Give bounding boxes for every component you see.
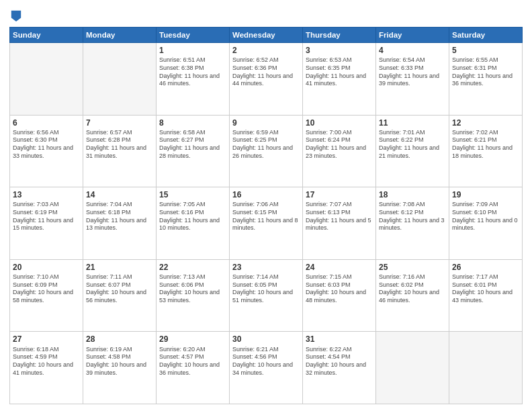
calendar-cell: 6Sunrise: 6:56 AM Sunset: 6:30 PM Daylig… xyxy=(10,115,83,187)
calendar-cell: 11Sunrise: 7:01 AM Sunset: 6:22 PM Dayli… xyxy=(376,115,449,187)
calendar-cell: 9Sunrise: 6:59 AM Sunset: 6:25 PM Daylig… xyxy=(230,115,303,187)
calendar-week-3: 13Sunrise: 7:03 AM Sunset: 6:19 PM Dayli… xyxy=(10,187,523,260)
calendar-cell: 27Sunrise: 6:18 AM Sunset: 4:59 PM Dayli… xyxy=(10,332,83,404)
day-number: 31 xyxy=(306,334,373,345)
day-info: Sunrise: 7:17 AM Sunset: 6:01 PM Dayligh… xyxy=(452,273,519,305)
day-number: 9 xyxy=(232,118,300,128)
calendar-header-sunday: Sunday xyxy=(10,28,83,43)
logo-icon xyxy=(10,9,22,21)
calendar-cell: 30Sunrise: 6:21 AM Sunset: 4:56 PM Dayli… xyxy=(230,332,303,404)
day-info: Sunrise: 7:00 AM Sunset: 6:24 PM Dayligh… xyxy=(306,129,373,161)
calendar-cell: 15Sunrise: 7:05 AM Sunset: 6:16 PM Dayli… xyxy=(157,187,230,260)
day-number: 6 xyxy=(13,118,80,128)
calendar-header-friday: Friday xyxy=(376,28,449,43)
calendar-cell: 26Sunrise: 7:17 AM Sunset: 6:01 PM Dayli… xyxy=(449,259,523,332)
calendar-cell: 25Sunrise: 7:16 AM Sunset: 6:02 PM Dayli… xyxy=(376,259,449,332)
calendar-cell: 10Sunrise: 7:00 AM Sunset: 6:24 PM Dayli… xyxy=(303,115,376,187)
day-info: Sunrise: 6:51 AM Sunset: 6:38 PM Dayligh… xyxy=(159,56,226,88)
day-number: 28 xyxy=(86,334,153,345)
day-number: 3 xyxy=(306,45,373,56)
calendar-cell: 20Sunrise: 7:10 AM Sunset: 6:09 PM Dayli… xyxy=(10,259,83,332)
day-number: 23 xyxy=(232,262,300,273)
calendar-cell: 1Sunrise: 6:51 AM Sunset: 6:38 PM Daylig… xyxy=(157,43,230,116)
calendar-table: SundayMondayTuesdayWednesdayThursdayFrid… xyxy=(9,27,523,404)
calendar-cell: 23Sunrise: 7:14 AM Sunset: 6:05 PM Dayli… xyxy=(230,259,303,332)
calendar-cell: 2Sunrise: 6:52 AM Sunset: 6:36 PM Daylig… xyxy=(230,43,303,116)
day-info: Sunrise: 7:03 AM Sunset: 6:19 PM Dayligh… xyxy=(13,201,80,232)
page: SundayMondayTuesdayWednesdayThursdayFrid… xyxy=(0,0,532,411)
day-info: Sunrise: 6:22 AM Sunset: 4:54 PM Dayligh… xyxy=(306,346,373,377)
calendar-week-1: 1Sunrise: 6:51 AM Sunset: 6:38 PM Daylig… xyxy=(10,43,523,116)
day-number: 7 xyxy=(86,118,153,128)
calendar-cell: 16Sunrise: 7:06 AM Sunset: 6:15 PM Dayli… xyxy=(230,187,303,260)
calendar-cell: 21Sunrise: 7:11 AM Sunset: 6:07 PM Dayli… xyxy=(83,259,157,332)
calendar-header-thursday: Thursday xyxy=(303,28,376,43)
day-info: Sunrise: 7:04 AM Sunset: 6:18 PM Dayligh… xyxy=(86,201,153,232)
day-info: Sunrise: 7:14 AM Sunset: 6:05 PM Dayligh… xyxy=(232,273,300,305)
calendar-week-5: 27Sunrise: 6:18 AM Sunset: 4:59 PM Dayli… xyxy=(10,332,523,404)
day-info: Sunrise: 6:56 AM Sunset: 6:30 PM Dayligh… xyxy=(13,129,80,161)
day-number: 13 xyxy=(13,189,80,200)
calendar-cell: 24Sunrise: 7:15 AM Sunset: 6:03 PM Dayli… xyxy=(303,259,376,332)
day-info: Sunrise: 6:21 AM Sunset: 4:56 PM Dayligh… xyxy=(232,346,300,377)
day-number: 24 xyxy=(306,262,373,273)
day-info: Sunrise: 7:09 AM Sunset: 6:10 PM Dayligh… xyxy=(452,201,519,232)
calendar-cell: 28Sunrise: 6:19 AM Sunset: 4:58 PM Dayli… xyxy=(83,332,157,404)
day-info: Sunrise: 6:53 AM Sunset: 6:35 PM Dayligh… xyxy=(306,56,373,88)
calendar-cell: 12Sunrise: 7:02 AM Sunset: 6:21 PM Dayli… xyxy=(449,115,523,187)
day-info: Sunrise: 6:58 AM Sunset: 6:27 PM Dayligh… xyxy=(159,129,226,161)
day-number: 8 xyxy=(159,118,226,128)
calendar-cell: 7Sunrise: 6:57 AM Sunset: 6:28 PM Daylig… xyxy=(83,115,157,187)
day-number: 21 xyxy=(86,262,153,273)
calendar-week-4: 20Sunrise: 7:10 AM Sunset: 6:09 PM Dayli… xyxy=(10,259,523,332)
day-info: Sunrise: 6:20 AM Sunset: 4:57 PM Dayligh… xyxy=(159,346,226,377)
calendar-cell: 19Sunrise: 7:09 AM Sunset: 6:10 PM Dayli… xyxy=(449,187,523,260)
day-info: Sunrise: 7:15 AM Sunset: 6:03 PM Dayligh… xyxy=(306,273,373,305)
calendar-header-tuesday: Tuesday xyxy=(157,28,230,43)
day-number: 29 xyxy=(159,334,226,345)
calendar-cell: 5Sunrise: 6:55 AM Sunset: 6:31 PM Daylig… xyxy=(449,43,523,116)
day-number: 2 xyxy=(232,45,300,56)
day-number: 16 xyxy=(232,189,300,200)
day-info: Sunrise: 7:16 AM Sunset: 6:02 PM Dayligh… xyxy=(379,273,446,305)
day-info: Sunrise: 6:52 AM Sunset: 6:36 PM Dayligh… xyxy=(232,56,300,88)
day-info: Sunrise: 7:11 AM Sunset: 6:07 PM Dayligh… xyxy=(86,273,153,305)
calendar-header-wednesday: Wednesday xyxy=(230,28,303,43)
day-info: Sunrise: 7:13 AM Sunset: 6:06 PM Dayligh… xyxy=(159,273,226,305)
day-info: Sunrise: 6:19 AM Sunset: 4:58 PM Dayligh… xyxy=(86,346,153,377)
day-info: Sunrise: 7:07 AM Sunset: 6:13 PM Dayligh… xyxy=(306,201,373,232)
calendar-cell xyxy=(376,332,449,404)
calendar-week-2: 6Sunrise: 6:56 AM Sunset: 6:30 PM Daylig… xyxy=(10,115,523,187)
calendar-cell: 3Sunrise: 6:53 AM Sunset: 6:35 PM Daylig… xyxy=(303,43,376,116)
day-info: Sunrise: 6:18 AM Sunset: 4:59 PM Dayligh… xyxy=(13,346,80,377)
calendar-cell: 18Sunrise: 7:08 AM Sunset: 6:12 PM Dayli… xyxy=(376,187,449,260)
day-info: Sunrise: 6:57 AM Sunset: 6:28 PM Dayligh… xyxy=(86,129,153,161)
day-number: 22 xyxy=(159,262,226,273)
day-number: 15 xyxy=(159,189,226,200)
calendar-cell xyxy=(449,332,523,404)
day-number: 12 xyxy=(452,118,519,128)
day-number: 10 xyxy=(306,118,373,128)
day-info: Sunrise: 6:55 AM Sunset: 6:31 PM Dayligh… xyxy=(452,56,519,88)
calendar-cell xyxy=(10,43,83,116)
calendar-cell: 22Sunrise: 7:13 AM Sunset: 6:06 PM Dayli… xyxy=(157,259,230,332)
day-number: 17 xyxy=(306,189,373,200)
day-info: Sunrise: 7:05 AM Sunset: 6:16 PM Dayligh… xyxy=(159,201,226,232)
day-number: 25 xyxy=(379,262,446,273)
day-info: Sunrise: 7:06 AM Sunset: 6:15 PM Dayligh… xyxy=(232,201,300,232)
svg-marker-0 xyxy=(11,11,21,21)
day-number: 1 xyxy=(159,45,226,56)
calendar-header-row: SundayMondayTuesdayWednesdayThursdayFrid… xyxy=(10,28,523,43)
day-number: 20 xyxy=(13,262,80,273)
day-info: Sunrise: 7:10 AM Sunset: 6:09 PM Dayligh… xyxy=(13,273,80,305)
calendar-cell: 14Sunrise: 7:04 AM Sunset: 6:18 PM Dayli… xyxy=(83,187,157,260)
header xyxy=(9,7,523,21)
day-info: Sunrise: 7:01 AM Sunset: 6:22 PM Dayligh… xyxy=(379,129,446,161)
logo xyxy=(9,9,22,21)
day-number: 5 xyxy=(452,45,519,56)
day-number: 14 xyxy=(86,189,153,200)
calendar-header-saturday: Saturday xyxy=(449,28,523,43)
day-info: Sunrise: 6:54 AM Sunset: 6:33 PM Dayligh… xyxy=(379,56,446,88)
day-number: 27 xyxy=(13,334,80,345)
day-info: Sunrise: 7:08 AM Sunset: 6:12 PM Dayligh… xyxy=(379,201,446,232)
